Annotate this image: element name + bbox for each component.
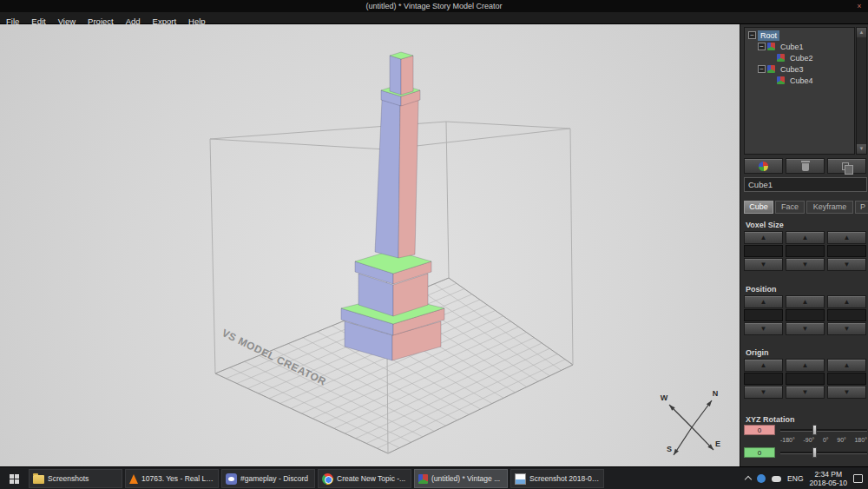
rotation-slider-y[interactable] xyxy=(780,452,867,453)
close-icon[interactable]: × xyxy=(852,0,866,12)
taskbar-app[interactable]: Screenshot 2018-05... xyxy=(510,469,604,488)
scene-canvas: VS MODEL CREATORNWSE xyxy=(0,24,740,466)
taskbar-app-label: Screenshots xyxy=(48,474,118,483)
taskbar-app[interactable]: Screenshots xyxy=(29,469,122,488)
origin-y-up-button[interactable]: ▲ xyxy=(786,359,825,372)
cube-name-field[interactable]: Cube1 xyxy=(744,177,867,192)
position-z-down-button[interactable]: ▼ xyxy=(827,322,866,335)
origin-x-value[interactable] xyxy=(744,373,783,385)
tree-item-root[interactable]: −Root xyxy=(745,30,854,41)
voxel-size-x-value[interactable] xyxy=(744,245,783,257)
position-z-value[interactable] xyxy=(827,309,866,321)
trash-icon xyxy=(802,163,809,171)
origin-z-up-button[interactable]: ▲ xyxy=(827,359,866,372)
panel-tabs: CubeFaceKeyframeP xyxy=(744,201,868,214)
model-top-column[interactable] xyxy=(401,56,413,95)
tree-item-cube4[interactable]: Cube4 xyxy=(745,75,854,86)
section-label-position: Position xyxy=(746,285,777,294)
tab-keyframe[interactable]: Keyframe xyxy=(806,201,853,214)
voxel-size-y-value[interactable] xyxy=(786,245,825,257)
duplicate-button[interactable] xyxy=(827,158,866,174)
voxel-size-y-up-button[interactable]: ▲ xyxy=(786,231,825,244)
voxel-size-y: ▲▼ xyxy=(786,231,825,271)
language-indicator[interactable]: ENG xyxy=(787,474,803,483)
voxel-size-z-up-button[interactable]: ▲ xyxy=(827,231,866,244)
slider-thumb[interactable] xyxy=(812,447,817,458)
origin-y: ▲▼ xyxy=(786,359,825,399)
taskbar-app-label: Screenshot 2018-05... xyxy=(529,474,600,483)
start-button[interactable] xyxy=(0,467,28,489)
viewport-watermark: VS MODEL CREATOR xyxy=(220,327,328,387)
taskbar-app[interactable]: (untitled) * Vintage ... xyxy=(414,469,508,488)
tree-item-cube3[interactable]: −Cube3 xyxy=(745,63,854,75)
tab-p[interactable]: P xyxy=(855,201,868,214)
origin-x-up-button[interactable]: ▲ xyxy=(744,359,783,372)
tray-expand-icon[interactable] xyxy=(745,476,752,483)
taskbar-app[interactable]: Create New Topic -... xyxy=(318,469,411,488)
compass-label-w: W xyxy=(661,393,668,402)
tab-cube[interactable]: Cube xyxy=(744,201,773,214)
tree-expander-icon[interactable]: − xyxy=(758,65,766,73)
rotation-value-y: 0 xyxy=(744,447,775,458)
origin-y-value[interactable] xyxy=(786,373,825,385)
origin-y-down-button[interactable]: ▼ xyxy=(786,386,825,399)
origin-z-value[interactable] xyxy=(827,373,866,385)
position-y-up-button[interactable]: ▲ xyxy=(786,295,825,308)
delete-button[interactable] xyxy=(786,158,825,174)
tree-expander-icon[interactable]: − xyxy=(748,31,756,39)
chrome-icon xyxy=(322,473,333,485)
tree-item-label: Cube1 xyxy=(778,42,806,52)
position-z: ▲▼ xyxy=(827,295,866,335)
element-tree[interactable]: −Root−Cube1Cube2−Cube3Cube4 xyxy=(744,27,855,155)
action-center-icon[interactable] xyxy=(853,474,863,483)
position-y-value[interactable] xyxy=(786,309,825,321)
clock[interactable]: 2:34 PM 2018-05-10 xyxy=(810,470,847,487)
clock-time: 2:34 PM xyxy=(810,470,847,479)
model-column[interactable] xyxy=(375,100,400,258)
taskbar-app[interactable]: #gameplay - Discord xyxy=(221,469,315,488)
tree-item-label: Root xyxy=(758,30,779,41)
position-y-down-button[interactable]: ▼ xyxy=(786,322,825,335)
color-wheel-icon xyxy=(759,162,768,171)
voxel-size-y-down-button[interactable]: ▼ xyxy=(786,258,825,271)
windows-logo-icon xyxy=(10,474,19,484)
rotation-row-x: 0 xyxy=(744,425,867,436)
scroll-down-icon[interactable]: ▼ xyxy=(857,144,866,154)
tree-item-cube1[interactable]: −Cube1 xyxy=(745,41,854,52)
tree-expander-icon[interactable]: − xyxy=(758,43,766,50)
voxel-size-controls: ▲▼▲▼▲▼ xyxy=(744,231,867,271)
voxel-size-x-down-button[interactable]: ▼ xyxy=(744,258,783,271)
scale-tick-label: 0° xyxy=(823,437,829,443)
voxel-size-x-up-button[interactable]: ▲ xyxy=(744,231,783,244)
titlebar: (untitled) * Vintage Story Model Creator… xyxy=(0,0,868,12)
tree-item-cube2[interactable]: Cube2 xyxy=(745,52,854,63)
color-button[interactable] xyxy=(744,158,783,174)
voxel-size-z-value[interactable] xyxy=(827,245,866,257)
slider-thumb[interactable] xyxy=(812,425,817,435)
model-column[interactable] xyxy=(398,100,418,258)
origin-x-down-button[interactable]: ▼ xyxy=(744,386,783,399)
position-x-down-button[interactable]: ▼ xyxy=(744,322,783,335)
position-x-value[interactable] xyxy=(744,309,783,321)
model-creator-icon xyxy=(418,474,428,484)
section-label-voxel-size: Voxel Size xyxy=(746,221,784,229)
voxel-size-z: ▲▼ xyxy=(827,231,866,271)
scale-tick-label: -180° xyxy=(780,437,795,443)
position-z-up-button[interactable]: ▲ xyxy=(827,295,866,308)
tray-icon[interactable] xyxy=(757,474,766,483)
position-x-up-button[interactable]: ▲ xyxy=(744,295,783,308)
scale-tick-label: -90° xyxy=(803,437,814,443)
tree-item-label: Cube4 xyxy=(787,76,816,86)
tree-scrollbar[interactable]: ▲ ▼ xyxy=(856,27,867,155)
voxel-size-z-down-button[interactable]: ▼ xyxy=(827,258,866,271)
taskbar-app[interactable]: 10763. Yes - Real Lo... xyxy=(125,469,219,488)
rotation-slider-x[interactable] xyxy=(780,429,867,431)
tray-icon[interactable] xyxy=(772,476,781,482)
origin-z-down-button[interactable]: ▼ xyxy=(827,386,866,399)
compass-label-n: N xyxy=(713,389,719,398)
scale-tick-label: 90° xyxy=(837,437,846,443)
viewport-3d[interactable]: VS MODEL CREATORNWSE xyxy=(0,24,740,466)
tab-face[interactable]: Face xyxy=(775,201,805,214)
model-top-column[interactable] xyxy=(390,56,401,95)
scroll-up-icon[interactable]: ▲ xyxy=(857,28,866,37)
